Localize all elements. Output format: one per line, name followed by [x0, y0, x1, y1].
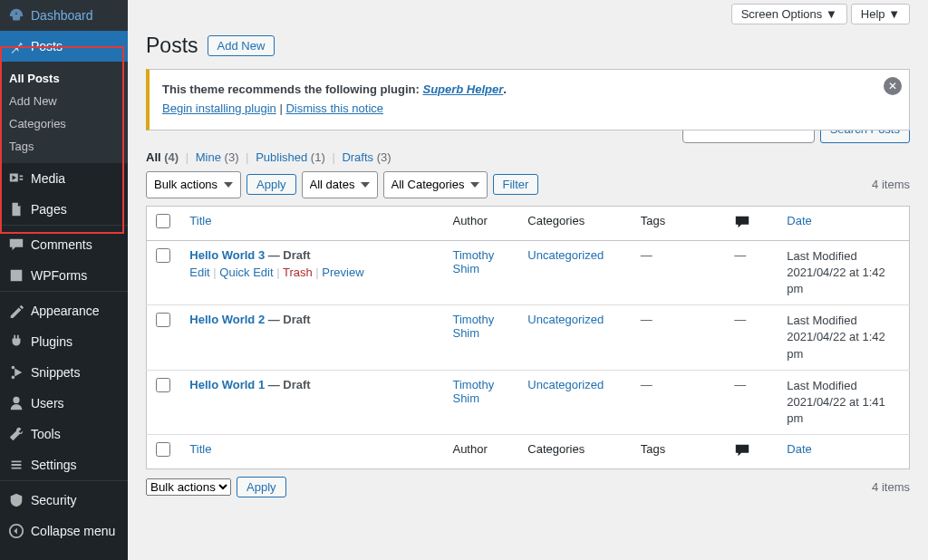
author-link[interactable]: Timothy Shim: [452, 313, 494, 340]
menu-appearance[interactable]: Appearance: [0, 295, 128, 326]
col-comments-footer[interactable]: [725, 435, 778, 469]
menu-label: Dashboard: [31, 8, 93, 23]
comments-cell: —: [734, 248, 746, 262]
submenu-categories[interactable]: Categories: [0, 112, 128, 135]
top-bar: Screen Options ▼ Help ▼: [146, 0, 910, 28]
submenu-all-posts[interactable]: All Posts: [0, 67, 128, 90]
menu-collapse[interactable]: Collapse menu: [0, 516, 128, 546]
comments-icon: [7, 236, 25, 254]
dismiss-notice-link[interactable]: Dismiss this notice: [285, 101, 383, 115]
date-cell: Last Modified2021/04/22 at 1:42 pm: [778, 305, 909, 371]
filter-button[interactable]: Filter: [493, 174, 539, 195]
filter-published[interactable]: Published (1): [256, 150, 325, 164]
filter-all[interactable]: All (4): [146, 150, 179, 164]
dashboard-icon: [7, 6, 25, 24]
menu-wpforms[interactable]: WPForms: [0, 260, 128, 291]
tags-cell: —: [641, 248, 652, 262]
status-filters: All (4) | Mine (3) | Published (1) | Dra…: [146, 150, 910, 164]
close-icon[interactable]: ✕: [884, 77, 902, 95]
menu-label: Settings: [31, 458, 77, 472]
apply-button-bottom[interactable]: Apply: [237, 477, 286, 497]
select-all-checkbox[interactable]: [156, 214, 170, 228]
notice-plugin-link[interactable]: Superb Helper: [422, 82, 503, 96]
col-date-footer[interactable]: Date: [778, 435, 909, 469]
category-link[interactable]: Uncategorized: [527, 248, 604, 262]
col-title-footer[interactable]: Title: [180, 435, 443, 469]
quick-edit-link[interactable]: Quick Edit: [219, 266, 273, 279]
col-author-footer: Author: [443, 435, 518, 469]
menu-snippets[interactable]: Snippets: [0, 357, 128, 388]
menu-posts[interactable]: Posts: [0, 31, 128, 62]
menu-label: Users: [31, 396, 64, 410]
col-title[interactable]: Title: [180, 206, 443, 240]
snippets-icon: [7, 363, 25, 381]
edit-link[interactable]: Edit: [189, 266, 209, 279]
screen-options-button[interactable]: Screen Options ▼: [731, 4, 847, 24]
row-checkbox[interactable]: [156, 248, 170, 263]
filter-mine[interactable]: Mine (3): [196, 150, 239, 164]
category-filter-select[interactable]: All Categories: [383, 171, 488, 198]
post-title-link[interactable]: Hello World 1: [189, 378, 265, 391]
col-date[interactable]: Date: [778, 206, 909, 240]
row-checkbox[interactable]: [156, 313, 170, 327]
tags-cell: —: [641, 313, 652, 326]
install-plugin-link[interactable]: Begin installing plugin: [162, 101, 276, 115]
apply-button[interactable]: Apply: [246, 174, 296, 195]
menu-label: Pages: [31, 202, 67, 217]
tablenav-top: Bulk actions Apply All dates All Categor…: [146, 171, 910, 198]
wpforms-icon: [7, 266, 25, 285]
menu-pages[interactable]: Pages: [0, 194, 128, 225]
item-count: 4 items: [872, 178, 910, 191]
row-checkbox[interactable]: [156, 378, 170, 392]
select-all-checkbox-footer[interactable]: [156, 442, 170, 457]
menu-comments[interactable]: Comments: [0, 229, 128, 260]
admin-sidebar: Dashboard Posts All Posts Add New Catego…: [0, 0, 128, 560]
menu-settings[interactable]: Settings: [0, 449, 128, 480]
table-row: Hello World 2 — Draft Timothy Shim Uncat…: [147, 305, 910, 371]
post-title-link[interactable]: Hello World 3: [189, 248, 265, 262]
menu-label: WPForms: [31, 268, 87, 283]
category-link[interactable]: Uncategorized: [527, 378, 604, 391]
collapse-icon: [7, 522, 25, 540]
menu-label: Comments: [31, 237, 92, 252]
bulk-actions-select[interactable]: Bulk actions: [146, 171, 241, 198]
filter-drafts[interactable]: Drafts (3): [342, 150, 391, 164]
col-tags: Tags: [632, 206, 726, 240]
media-icon: [7, 169, 25, 188]
col-tags-footer: Tags: [632, 435, 726, 469]
date-cell: Last Modified2021/04/22 at 1:42 pm: [778, 240, 909, 305]
submenu-tags[interactable]: Tags: [0, 135, 128, 158]
post-title-link[interactable]: Hello World 2: [189, 313, 265, 326]
tablenav-bottom: Bulk actions Apply 4 items: [146, 477, 910, 497]
help-button[interactable]: Help ▼: [851, 4, 910, 24]
author-link[interactable]: Timothy Shim: [452, 248, 494, 275]
comments-cell: —: [734, 313, 746, 326]
submenu-add-new[interactable]: Add New: [0, 90, 128, 112]
menu-tools[interactable]: Tools: [0, 419, 128, 449]
bulk-actions-select-bottom[interactable]: Bulk actions: [146, 478, 231, 496]
page-title: Posts: [146, 34, 198, 58]
add-new-button[interactable]: Add New: [208, 35, 276, 56]
col-comments[interactable]: [725, 206, 778, 240]
menu-security[interactable]: Security: [0, 485, 128, 516]
comments-cell: —: [734, 378, 746, 391]
preview-link[interactable]: Preview: [322, 266, 363, 279]
menu-plugins[interactable]: Plugins: [0, 326, 128, 357]
post-state: — Draft: [265, 248, 311, 262]
plugin-notice: This theme recommends the following plug…: [146, 69, 910, 130]
users-icon: [7, 394, 25, 412]
date-filter-select[interactable]: All dates: [302, 171, 378, 198]
submenu-posts: All Posts Add New Categories Tags: [0, 62, 128, 163]
menu-media[interactable]: Media: [0, 163, 128, 194]
menu-users[interactable]: Users: [0, 388, 128, 419]
item-count-bottom: 4 items: [872, 480, 910, 494]
page-heading: Posts Add New: [146, 34, 910, 58]
menu-label: Snippets: [31, 365, 80, 380]
trash-link[interactable]: Trash: [283, 266, 313, 279]
menu-label: Media: [31, 171, 65, 186]
table-row: Hello World 3 — Draft Edit | Quick Edit …: [147, 240, 910, 305]
menu-dashboard[interactable]: Dashboard: [0, 0, 128, 31]
category-link[interactable]: Uncategorized: [527, 313, 604, 326]
settings-icon: [7, 456, 25, 474]
author-link[interactable]: Timothy Shim: [452, 378, 494, 405]
